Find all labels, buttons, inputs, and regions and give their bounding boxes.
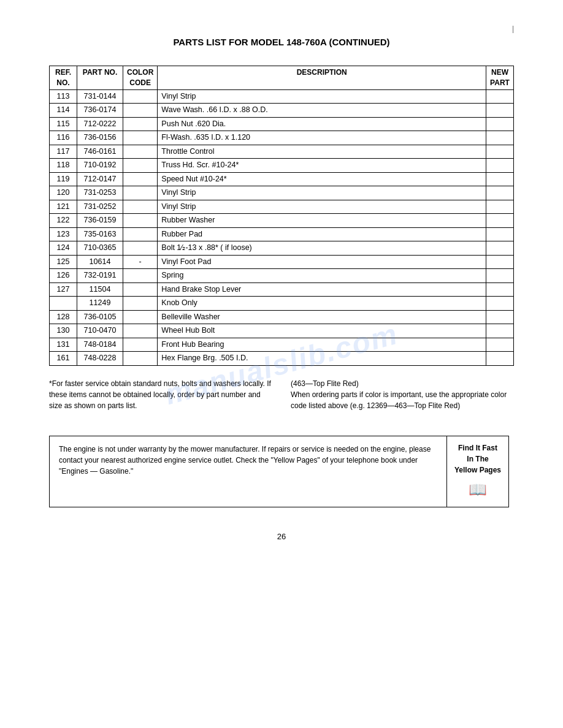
cell-part: 710-0192 [77, 159, 123, 173]
cell-ref [50, 297, 77, 311]
table-row: 126732-0191Spring [50, 269, 514, 283]
table-row: 118710-0192Truss Hd. Scr. #10-24* [50, 159, 514, 173]
cell-ref: 119 [50, 172, 77, 186]
badge-line2: In The [467, 453, 488, 464]
table-row: 114736-0174Wave Wash. .66 I.D. x .88 O.D… [50, 104, 514, 118]
badge-line1: Find It Fast [458, 442, 497, 453]
cell-description: Wave Wash. .66 I.D. x .88 O.D. [158, 104, 486, 118]
table-row: 12711504Hand Brake Stop Lever [50, 282, 514, 297]
cell-color: - [123, 255, 158, 269]
cell-description: Vinyl Strip [158, 200, 486, 214]
cell-ref: 122 [50, 214, 77, 228]
cell-new-part [486, 131, 514, 145]
footnote-left: *For faster service obtain standard nuts… [49, 378, 272, 411]
cell-part: 710-0365 [77, 241, 123, 256]
cell-color [123, 324, 158, 338]
page-number: 26 [49, 532, 514, 541]
cell-color [123, 214, 158, 228]
cell-part: 712-0222 [77, 117, 123, 131]
cell-new-part [486, 117, 514, 131]
cell-part: 732-0191 [77, 269, 123, 283]
cell-description: Vinyl Strip [158, 186, 486, 200]
cell-part: 731-0144 [77, 89, 123, 104]
cell-description: Truss Hd. Scr. #10-24* [158, 159, 486, 173]
header-description: DESCRIPTION [158, 66, 486, 90]
footnote-color-code: (463—Top Flite Red) [291, 378, 514, 389]
cell-description: Hex Flange Brg. .505 I.D. [158, 352, 486, 366]
table-row: 115712-0222Push Nut .620 Dia. [50, 117, 514, 131]
cell-new-part [486, 269, 514, 283]
table-row: 116736-0156Fl-Wash. .635 I.D. x 1.120 [50, 131, 514, 145]
cell-part: 735-0163 [77, 227, 123, 241]
cell-new-part [486, 310, 514, 324]
cell-color [123, 227, 158, 241]
cell-new-part [486, 282, 514, 297]
table-row: 11249Knob Only [50, 297, 514, 311]
cell-new-part [486, 324, 514, 338]
cell-description: Hand Brake Stop Lever [158, 282, 486, 297]
cell-color [123, 310, 158, 324]
cell-ref: 126 [50, 269, 77, 283]
cell-new-part [486, 241, 514, 256]
footnote-section: *For faster service obtain standard nuts… [49, 378, 514, 411]
cell-new-part [486, 186, 514, 200]
cell-color [123, 282, 158, 297]
cell-color [123, 352, 158, 366]
cell-description: Rubber Washer [158, 214, 486, 228]
cell-ref: 128 [50, 310, 77, 324]
cell-ref: 123 [50, 227, 77, 241]
table-row: 119712-0147Speed Nut #10-24* [50, 172, 514, 186]
page-title: PARTS LIST FOR MODEL 148-760A (CONTINUED… [49, 37, 514, 47]
cell-ref: 127 [50, 282, 77, 297]
cell-description: Speed Nut #10-24* [158, 172, 486, 186]
page-container: | PARTS LIST FOR MODEL 148-760A (CONTINU… [0, 0, 563, 728]
header-mark: | [512, 25, 514, 33]
cell-new-part [486, 338, 514, 352]
cell-description: Wheel Hub Bolt [158, 324, 486, 338]
yellow-pages-icon: 📖 [469, 479, 487, 501]
cell-new-part [486, 104, 514, 118]
cell-part: 731-0252 [77, 200, 123, 214]
cell-description: Belleville Washer [158, 310, 486, 324]
cell-description: Vinyl Foot Pad [158, 255, 486, 269]
cell-color [123, 89, 158, 104]
cell-part: 748-0184 [77, 338, 123, 352]
cell-ref: 131 [50, 338, 77, 352]
cell-part: 736-0174 [77, 104, 123, 118]
cell-description: Bolt 1⁄₂-13 x .88* ( if loose) [158, 241, 486, 256]
cell-new-part [486, 89, 514, 104]
header-part-no: PART NO. [77, 66, 123, 90]
cell-new-part [486, 214, 514, 228]
cell-new-part [486, 297, 514, 311]
parts-table: REF. NO. PART NO. COLOR CODE DESCRIPTION… [49, 66, 514, 366]
table-row: 130710-0470Wheel Hub Bolt [50, 324, 514, 338]
table-row: 113731-0144Vinyl Strip [50, 89, 514, 104]
warranty-text: The engine is not under warranty by the … [50, 436, 446, 507]
cell-new-part [486, 172, 514, 186]
cell-color [123, 186, 158, 200]
cell-ref: 117 [50, 145, 77, 159]
cell-ref: 118 [50, 159, 77, 173]
cell-color [123, 159, 158, 173]
cell-ref: 115 [50, 117, 77, 131]
cell-color [123, 145, 158, 159]
cell-color [123, 338, 158, 352]
cell-description: Vinyl Strip [158, 89, 486, 104]
table-row: 123735-0163Rubber Pad [50, 227, 514, 241]
footnote-ordering-note: When ordering parts if color is importan… [291, 389, 514, 411]
table-row: 122736-0159Rubber Washer [50, 214, 514, 228]
cell-description: Spring [158, 269, 486, 283]
cell-new-part [486, 227, 514, 241]
badge-line3: Yellow Pages [454, 464, 501, 476]
table-row: 120731-0253Vinyl Strip [50, 186, 514, 200]
cell-part: 736-0159 [77, 214, 123, 228]
cell-color [123, 117, 158, 131]
cell-color [123, 104, 158, 118]
cell-new-part [486, 145, 514, 159]
cell-ref: 114 [50, 104, 77, 118]
header-new-part: NEW PART [486, 66, 514, 90]
table-row: 161748-0228Hex Flange Brg. .505 I.D. [50, 352, 514, 366]
table-row: 131748-0184Front Hub Bearing [50, 338, 514, 352]
table-row: 128736-0105Belleville Washer [50, 310, 514, 324]
cell-description: Throttle Control [158, 145, 486, 159]
